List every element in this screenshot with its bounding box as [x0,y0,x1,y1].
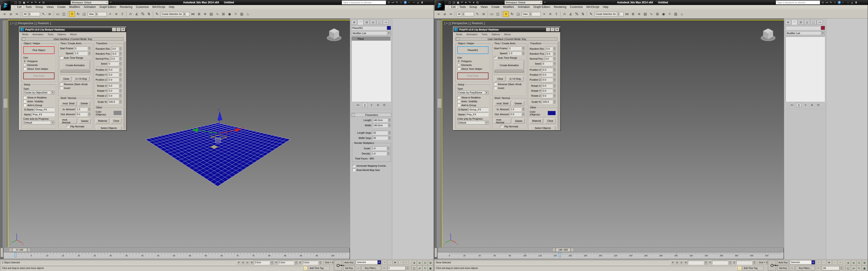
spinner[interactable]: ▲▼ [388,131,391,135]
select-and-manipulate-icon[interactable]: ¤ [114,11,119,17]
clear-material-button[interactable]: Clear [545,118,555,123]
spinner[interactable]: ▲▼ [387,152,390,156]
start-frame-field[interactable]: 0 [74,46,88,50]
menu-item[interactable]: Rendering [118,5,134,9]
x-coordinate-field[interactable]: 0.0cm [254,261,270,265]
transform-field[interactable]: 0.0 [542,68,553,72]
show-in-realtime-checkbox[interactable] [457,96,460,99]
select-objects-button[interactable]: Select Objects [96,126,121,130]
invert-checkbox[interactable] [494,87,497,90]
spinner[interactable]: ▲▼ [522,52,525,55]
spinner[interactable]: ▲▼ [88,107,91,111]
use-pivot-point-center-icon[interactable]: ⌖ [541,11,547,17]
add-to-group-checkbox[interactable] [23,104,26,107]
next-frame-arrow[interactable]: › [571,248,574,252]
toolbar-overflow-icon[interactable]: ≂ [110,1,112,3]
snaps-toggle-icon[interactable]: ∩ [128,11,133,17]
zoom-extents-all-icon[interactable]: ⊠ [862,260,867,265]
tab-create[interactable]: ★ [351,20,357,25]
spinner[interactable]: ▲▼ [553,57,556,61]
pan-view-icon[interactable]: ⇄ [851,266,856,271]
transform-field[interactable]: 0.0 [546,47,553,50]
keyboard-shortcut-override-icon[interactable]: ⇧ [554,11,559,17]
spinner[interactable]: ▲▼ [705,261,707,265]
logo-dropdown-icon[interactable]: ▾ [443,8,444,10]
configure-modifier-sets-button[interactable]: ⊡ [816,103,820,107]
select-and-link-icon[interactable]: ∞ [2,11,7,17]
go-to-end-button[interactable]: » [404,260,409,265]
layer-manager-icon[interactable]: ≋ [202,11,208,17]
type-dropdown[interactable]: Center by Poly/Eleme▼ [457,91,489,94]
out-amount-field[interactable]: 0.0 [76,112,88,116]
time-slider-button[interactable]: 0 / 100 [12,248,27,252]
absolute-mode-toggle-icon[interactable]: ⊞ [680,261,683,264]
polyfx-menu-item[interactable]: About [70,33,76,36]
go-to-end-button[interactable]: » [838,260,843,265]
rendered-frame-window-icon[interactable]: ▥ [239,11,245,17]
polyfx-menu-item[interactable]: About [504,33,510,36]
transform-field[interactable]: 100.0 [542,100,553,104]
spinner[interactable]: ▲▼ [388,136,391,140]
go-to-start-button[interactable]: « [816,260,821,265]
spinner[interactable]: ▲▼ [553,94,556,98]
tab-motion[interactable]: ◎ [804,20,810,25]
zoom-all-icon[interactable]: ⊛ [417,260,422,265]
spinner[interactable]: ▲▼ [119,57,122,61]
delete-normal-button[interactable]: Delete [513,118,525,124]
collapse-icon[interactable]: - [456,37,459,40]
spinner[interactable]: ▲▼ [840,266,843,270]
close-button[interactable]: X [421,1,423,4]
create-animation-button[interactable]: Create Animation [495,61,524,70]
go-to-start-button[interactable]: « [382,260,387,265]
maximize-viewport-toggle-icon[interactable]: ▣ [862,266,867,271]
set-keys-button[interactable] [768,260,776,271]
schematic-view-icon[interactable]: ⊞ [221,11,226,17]
tab-hierarchy[interactable]: ⊞ [798,20,804,25]
search-icon[interactable]: ⊙ [822,1,824,4]
menu-item[interactable]: MAXScript [151,5,167,9]
curve-editor-icon[interactable]: ∿ [215,11,220,17]
menu-item[interactable]: Tools [458,5,468,9]
play-button[interactable]: ▶ [393,260,398,265]
polygons-radio[interactable] [23,60,26,63]
tab-utilities[interactable]: ⊸ [383,20,389,25]
select-and-move-icon[interactable]: + [503,11,509,17]
polyfx-title-bar[interactable]: PolyFX v3.0 | by Bodyul Vladislav _□X [454,27,560,32]
remove-modifier-button[interactable]: ⊘ [376,103,380,107]
collapse-icon[interactable]: - [22,37,25,40]
polyfx-menu-item[interactable]: Tools [48,33,53,36]
menu-item[interactable]: Customize [134,5,151,9]
spinner[interactable]: ▲▼ [553,84,556,88]
spinner[interactable]: ▲▼ [119,52,122,56]
select-by-name-icon[interactable]: ≡ [47,11,53,17]
spinner[interactable]: ▲▼ [119,62,122,66]
spinner[interactable]: ▲▼ [553,68,556,72]
mirror-icon[interactable]: ⋈ [190,11,196,17]
polyfx-title-bar[interactable]: PolyFX v3.0 | by Bodyul Vladislav _□X [20,27,126,32]
help-icon[interactable]: ? [404,1,407,4]
group-name-field[interactable]: Group_FX [469,107,489,111]
mini-curve-editor-button[interactable] [0,248,3,257]
search-icon[interactable]: ⊙ [388,1,390,4]
polygons-radio[interactable] [457,60,460,63]
select-object-icon[interactable]: ↖ [41,11,46,17]
show-end-result-button[interactable]: ∥ [796,103,802,107]
y-coordinate-field[interactable] [712,261,728,265]
stack-item[interactable]: Plane [352,37,391,41]
add-to-group-checkbox[interactable] [457,104,460,107]
viewport-layout-tab[interactable] [437,98,441,108]
viewport-layout-tabs[interactable] [2,20,7,248]
polyfx-menu-item[interactable]: Options [57,33,66,36]
zoom-region-icon[interactable]: ◱ [846,266,851,271]
set-key-button[interactable]: Set Key [343,266,355,271]
parameter-field[interactable]: 140.0cm [372,123,388,127]
polyfx-restore-button[interactable]: □ [551,28,555,31]
help-icon[interactable]: ? [838,1,841,4]
zoom-region-icon[interactable]: ◱ [412,266,417,271]
z-coordinate-field[interactable]: 0.0cm [302,261,318,265]
window-crossing-icon[interactable]: ◫ [495,11,501,17]
reference-coordinate-dropdown[interactable]: View▼ [88,12,107,16]
favorites-icon[interactable]: ☆ [400,1,402,4]
show-in-realtime-checkbox[interactable] [23,96,26,99]
objects-color-swatch[interactable] [548,111,556,115]
